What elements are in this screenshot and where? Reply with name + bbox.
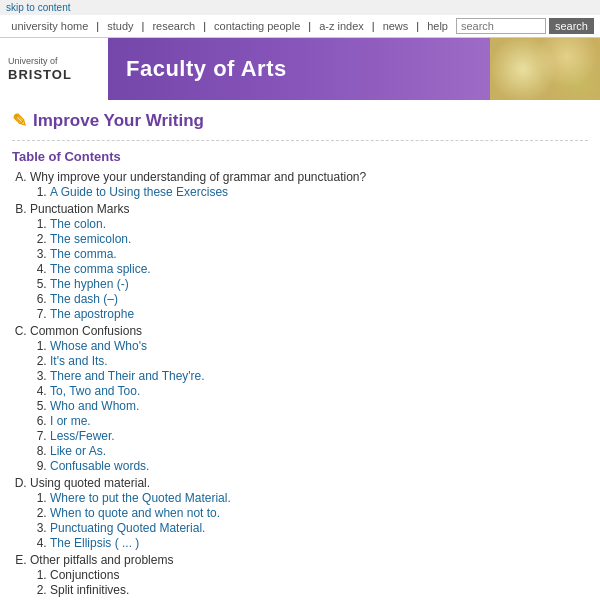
list-item: Like or As. [50, 444, 588, 458]
search-container: search [456, 18, 594, 34]
list-item: Less/Fewer. [50, 429, 588, 443]
toc-link[interactable]: I or me. [50, 414, 91, 428]
section-d-label: Using quoted material. [30, 476, 150, 490]
list-item: The apostrophe [50, 307, 588, 321]
toc-link[interactable]: Less/Fewer. [50, 429, 115, 443]
top-nav: university home | study | research | con… [0, 15, 600, 38]
skip-link[interactable]: skip to content [0, 0, 600, 15]
toc-section-c: Common Confusions Whose and Who's It's a… [30, 324, 588, 473]
nav-study[interactable]: study [107, 20, 133, 32]
list-item: There and Their and They're. [50, 369, 588, 383]
list-item: I or me. [50, 414, 588, 428]
list-item: The semicolon. [50, 232, 588, 246]
university-name-line2: BRISTOL [8, 67, 72, 83]
list-item: The Ellipsis ( ... ) [50, 536, 588, 550]
list-item: The colon. [50, 217, 588, 231]
toc-link[interactable]: It's and Its. [50, 354, 108, 368]
toc-heading: Table of Contents [12, 149, 588, 164]
nav-contacting-people[interactable]: contacting people [214, 20, 300, 32]
skip-link-anchor[interactable]: skip to content [6, 2, 70, 13]
list-item: The hyphen (-) [50, 277, 588, 291]
list-item: Who and Whom. [50, 399, 588, 413]
toc-static-text: Split infinitives. [50, 583, 129, 597]
toc-link[interactable]: The dash (–) [50, 292, 118, 306]
list-item: A Guide to Using these Exercises [50, 185, 588, 199]
toc-link[interactable]: The colon. [50, 217, 106, 231]
pencil-icon: ✎ [12, 110, 27, 132]
list-item: It's and Its. [50, 354, 588, 368]
toc-link[interactable]: Where to put the Quoted Material. [50, 491, 231, 505]
section-c-items: Whose and Who's It's and Its. There and … [50, 339, 588, 473]
table-of-contents: Table of Contents Why improve your under… [12, 149, 588, 600]
list-item: Confusable words. [50, 459, 588, 473]
toc-link[interactable]: Like or As. [50, 444, 106, 458]
section-e-items: Conjunctions Split infinitives. Subject/… [50, 568, 588, 600]
toc-section-e: Other pitfalls and problems Conjunctions… [30, 553, 588, 600]
list-item: Conjunctions [50, 568, 588, 582]
toc-link[interactable]: When to quote and when not to. [50, 506, 220, 520]
toc-section-d: Using quoted material. Where to put the … [30, 476, 588, 550]
list-item: To, Two and Too. [50, 384, 588, 398]
toc-link[interactable]: The apostrophe [50, 307, 134, 321]
list-item: The dash (–) [50, 292, 588, 306]
section-c-label: Common Confusions [30, 324, 142, 338]
header-circles-decoration [490, 38, 600, 100]
search-input[interactable] [456, 18, 546, 34]
toc-outer-list: Why improve your understanding of gramma… [30, 170, 588, 600]
nav-az-index[interactable]: a-z index [319, 20, 364, 32]
university-name-line1: University of [8, 56, 72, 67]
toc-link[interactable]: The Ellipsis ( ... ) [50, 536, 139, 550]
toc-link[interactable]: Confusable words. [50, 459, 149, 473]
logo-area: University of BRISTOL [0, 38, 105, 100]
nav-university-home[interactable]: university home [11, 20, 88, 32]
toc-link[interactable]: Who and Whom. [50, 399, 139, 413]
list-item: Punctuating Quoted Material. [50, 521, 588, 535]
toc-link[interactable]: The comma splice. [50, 262, 151, 276]
nav-news[interactable]: news [383, 20, 409, 32]
toc-section-a: Why improve your understanding of gramma… [30, 170, 588, 199]
list-item: Where to put the Quoted Material. [50, 491, 588, 505]
list-item: Split infinitives. [50, 583, 588, 597]
toc-link[interactable]: The hyphen (-) [50, 277, 129, 291]
nav-research[interactable]: research [152, 20, 195, 32]
page-title: ✎ Improve Your Writing [12, 110, 588, 141]
toc-link[interactable]: To, Two and Too. [50, 384, 140, 398]
toc-static-text: Conjunctions [50, 568, 119, 582]
toc-link[interactable]: Whose and Who's [50, 339, 147, 353]
logo-text: University of BRISTOL [8, 56, 72, 82]
header-decorative-image [490, 38, 600, 100]
toc-link[interactable]: There and Their and They're. [50, 369, 205, 383]
section-d-items: Where to put the Quoted Material. When t… [50, 491, 588, 550]
list-item: The comma splice. [50, 262, 588, 276]
section-b-items: The colon. The semicolon. The comma. The… [50, 217, 588, 321]
header: University of BRISTOL Faculty of Arts [0, 38, 600, 100]
section-b-label: Punctuation Marks [30, 202, 129, 216]
toc-section-b: Punctuation Marks The colon. The semicol… [30, 202, 588, 321]
search-button[interactable]: search [549, 18, 594, 34]
main-content: ✎ Improve Your Writing Table of Contents… [0, 100, 600, 600]
section-a-items: A Guide to Using these Exercises [50, 185, 588, 199]
list-item: When to quote and when not to. [50, 506, 588, 520]
toc-link[interactable]: Punctuating Quoted Material. [50, 521, 205, 535]
toc-link[interactable]: The comma. [50, 247, 117, 261]
toc-link[interactable]: A Guide to Using these Exercises [50, 185, 228, 199]
nav-help[interactable]: help [427, 20, 448, 32]
list-item: Whose and Who's [50, 339, 588, 353]
section-e-label: Other pitfalls and problems [30, 553, 173, 567]
toc-link[interactable]: The semicolon. [50, 232, 131, 246]
section-a-label: Why improve your understanding of gramma… [30, 170, 366, 184]
list-item: The comma. [50, 247, 588, 261]
